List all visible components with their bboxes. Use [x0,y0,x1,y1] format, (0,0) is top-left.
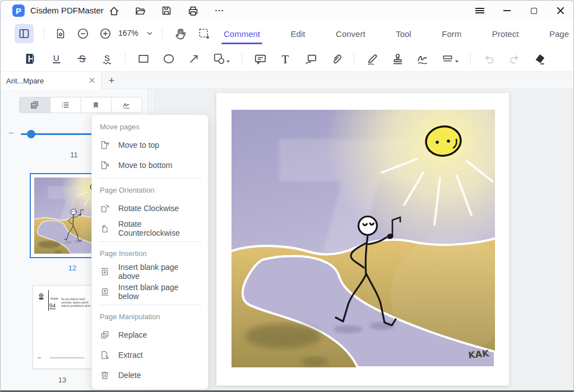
shapes-icon [213,53,225,65]
menu-item-move-to-top[interactable]: Move to top [92,135,208,155]
document-tab[interactable]: Arit...Mpare [1,72,101,90]
rotate-counterclockwise-icon [100,223,110,234]
squiggly-underline-icon: S [101,53,113,65]
zoom-level-value[interactable]: 167% [118,29,143,38]
article-label: Article [50,297,58,300]
text-tool-button[interactable]: T [278,52,293,66]
svg-text:U: U [53,54,59,63]
select-tool-button[interactable] [197,27,211,40]
arrow-icon [188,53,200,65]
menu-item-label: Rotate Clockwise [118,204,179,213]
panel-tab-signatures[interactable] [112,97,142,113]
app-window: P Cisdem PDFMaster [0,0,574,392]
strikethrough-tool-button[interactable]: S [75,52,89,66]
panel-tab-thumbnails[interactable] [20,97,50,113]
rotate-clockwise-icon [100,203,110,213]
hand-tool-button[interactable] [173,27,188,40]
callout-icon [304,53,317,66]
menu-item-insert-blank-page-below[interactable]: Insert blank page below [92,282,208,302]
app-logo: P [12,4,25,17]
redo-button[interactable] [507,52,521,66]
signature-tool-button[interactable] [415,52,430,66]
close-button[interactable] [553,3,568,18]
tab-convert[interactable]: Convert [335,26,367,42]
menu-item-replace[interactable]: Replace [92,325,208,345]
move-to-top-icon [100,140,110,150]
comment-bubble-icon [254,53,267,66]
thumbnail-zoom-minus[interactable]: − [8,128,13,138]
arrow-tool-button[interactable] [187,52,201,66]
dropdown-caret-icon [455,60,459,63]
line-style-icon [442,53,454,65]
print-button[interactable] [186,4,200,17]
zoom-out-icon [77,27,89,40]
menu-item-extract[interactable]: Extract [92,345,208,365]
page-settings-button[interactable] [53,27,68,40]
tab-comment[interactable]: Comment [223,26,261,42]
menu-section-header: Page Manipulation [92,308,208,325]
article-number: 04 [49,302,55,309]
sidebar-toggle-button[interactable] [15,24,34,43]
rectangle-tool-button[interactable] [136,52,151,66]
text-icon: T [279,53,292,66]
oval-tool-button[interactable] [161,52,176,66]
oval-icon [163,53,175,65]
panel-tab-outline[interactable] [50,97,81,113]
menu-item-delete[interactable]: Delete [92,365,208,385]
panel-tab-bar [19,97,142,113]
title-bar: P Cisdem PDFMaster [1,1,573,21]
svg-text:S: S [104,54,110,63]
zoom-dropdown-button[interactable] [145,27,154,40]
sticky-note-tool-button[interactable] [253,52,267,66]
menu-item-rotate-counterclockwise[interactable]: Rotate Counterclockwise [92,218,208,239]
menu-item-rotate-clockwise[interactable]: Rotate Clockwise [92,198,208,218]
app-menu-button[interactable] [473,3,487,18]
tab-page[interactable]: Page [548,26,570,42]
zoom-out-button[interactable] [76,27,90,40]
pdf-page-canvas[interactable] [216,92,510,386]
panel-tab-bookmarks[interactable] [81,97,112,113]
menu-item-insert-blank-page-above[interactable]: Insert blank page above [92,262,208,282]
page-thumbnail-13[interactable]: Article 04 No one shall be held i servit… [33,285,92,369]
tab-form[interactable]: Form [441,26,462,42]
squiggly-tool-button[interactable]: S [100,52,114,66]
document-view [156,89,573,390]
undo-button[interactable] [482,52,496,66]
callout-tool-button[interactable] [303,52,318,66]
minimize-icon [503,10,511,11]
underline-icon: U [50,53,63,65]
home-icon [108,5,120,17]
underline-tool-button[interactable]: U [49,52,64,66]
minimize-button[interactable] [499,3,514,18]
more-options-button[interactable] [212,4,226,17]
thumbnail-zoom-slider-handle[interactable] [27,130,35,138]
new-tab-button[interactable]: + [105,74,118,87]
zoom-in-button[interactable] [98,27,113,40]
trash-icon [100,370,110,380]
tab-edit[interactable]: Edit [290,26,307,42]
insert-page-below-icon [100,287,110,297]
page-13-preview: Article 04 No one shall be held i servit… [33,286,92,368]
menu-divider [99,178,201,179]
document-tab-title: Arit...Mpare [6,77,89,85]
line-style-button[interactable] [441,52,460,66]
attachment-tool-button[interactable] [328,52,343,66]
open-file-button[interactable] [133,4,147,17]
polygon-tool-button[interactable] [212,52,231,66]
save-button[interactable] [160,4,173,17]
stamp-tool-button[interactable] [390,52,405,66]
eraser-button[interactable] [532,52,547,66]
tab-protect[interactable]: Protect [491,26,520,42]
rule-line [48,290,49,311]
document-tab-close-button[interactable] [89,77,95,84]
tab-tool[interactable]: Tool [395,26,413,42]
home-button[interactable] [107,4,121,17]
divider [125,53,126,66]
extract-icon [100,350,110,360]
highlight-tool-button[interactable]: H H [24,52,39,66]
maximize-button[interactable] [526,3,541,18]
eraser-icon [533,53,546,66]
menu-divider [99,305,201,305]
pencil-tool-button[interactable] [365,52,379,66]
menu-item-move-to-bottom[interactable]: Move to bottom [92,155,208,175]
